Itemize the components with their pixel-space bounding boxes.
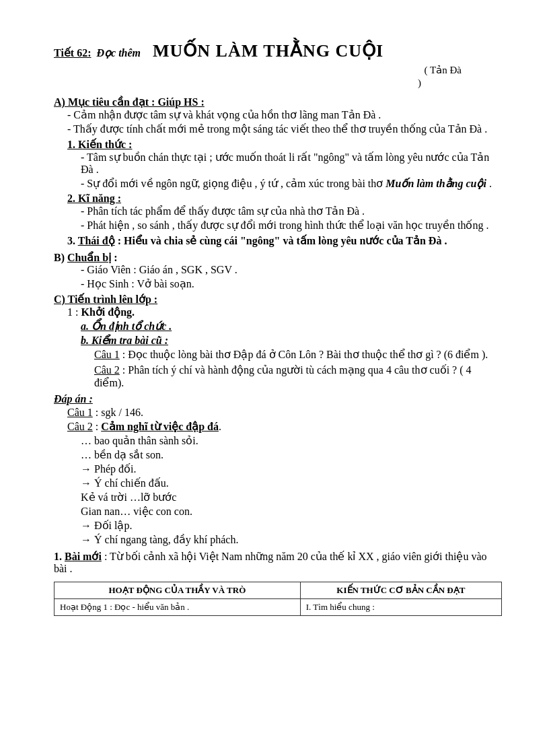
dap-line2: … bền dạ sắt son. <box>81 448 502 461</box>
num1-line: 1 : Khởi động. <box>67 306 502 318</box>
dap-line7: → Đối lập. <box>81 519 502 532</box>
b-line1: - Giáo Viên : Giáo án , SGK , SGV . <box>81 264 502 276</box>
a-line2-text: - Thấy được tính chất mới mẻ trong một s… <box>67 123 487 135</box>
header-section: Tiết 62: Đọc thêm MUỐN LÀM THẰNG CUỘI <box>54 40 502 61</box>
page: Tiết 62: Đọc thêm MUỐN LÀM THẰNG CUỘI ( … <box>0 0 549 756</box>
section-b-title: B) Chuẩn bị : <box>54 252 117 263</box>
kt-line2: - Sự đổi mới về ngôn ngữ, giọng điệu , ý… <box>81 177 502 190</box>
doc-them-label: Đọc thêm <box>96 46 141 59</box>
kn-line2: - Phát hiện , so sánh , thấy được sự đổi… <box>81 219 502 232</box>
dap-c1: Câu 1 : sgk / 146. <box>67 407 502 419</box>
bai-moi-section: 1. Bài mới : Từ bối cảnh xã hội Việt Nam… <box>54 550 502 575</box>
kien-thuc-section: 1. Kiến thức : - Tâm sự buồn chán thực t… <box>67 138 502 190</box>
section-a: A) Mục tiêu cần đạt : Giúp HS : - Cảm nh… <box>54 96 502 135</box>
dap-line3: → Phép đối. <box>81 462 502 475</box>
section-a-line2: - Thấy được tính chất mới mẻ trong một s… <box>67 123 502 135</box>
table-header-col1: HOẠT ĐỘNG CỦA THẦY VÀ TRÒ <box>54 582 301 599</box>
dap-c2: Câu 2 : Cảm nghĩ từ việc đập đá. <box>67 420 502 433</box>
on-dinh-line: a. Ổn định tổ chức . <box>81 320 502 333</box>
kiem-tra-line: b. Kiểm tra bài cũ : <box>81 334 502 347</box>
section-c-title: C) Tiến trình lên lớp : <box>54 294 157 305</box>
kt-line1: - Tâm sự buồn chán thực tại ; ước muốn t… <box>81 151 502 176</box>
kn-line1: - Phân tích tác phẩm để thấy được tâm sự… <box>81 205 502 217</box>
dap-line4: → Ý chí chiến đấu. <box>81 477 502 489</box>
dap-line6: Gian nan… việc con con. <box>81 505 502 518</box>
ki-nang-section: 2. Kĩ năng : - Phân tích tác phẩm để thấ… <box>67 193 502 232</box>
section-a-line1: - Cảm nhận được tâm sự và khát vọng của … <box>67 108 502 121</box>
cau2-line: Câu 2 : Phân tích ý chí và hành động của… <box>94 364 502 389</box>
tiet-label: Tiết 62: <box>54 46 91 59</box>
section-a-title: A) Mục tiêu cần đạt : Giúp HS : <box>54 96 205 108</box>
dap-an-section: Đáp án : Câu 1 : sgk / 146. Câu 2 : Cảm … <box>54 393 502 546</box>
kien-thuc-title: 1. Kiến thức : <box>67 139 132 150</box>
table-header-col2: KIẾN THỨC CƠ BẢN CẦN ĐẠT <box>300 582 501 599</box>
a-line1-text: - Cảm nhận được tâm sự và khát vọng của … <box>67 109 381 121</box>
main-title: MUỐN LÀM THẰNG CUỘI <box>153 40 383 61</box>
thai-do-section: 3. Thái độ : Hiểu và chia sẻ cùng cái "n… <box>67 234 502 247</box>
thai-do-title: 3. Thái độ : Hiểu và chia sẻ cùng cái "n… <box>67 235 447 246</box>
activity-table: HOẠT ĐỘNG CỦA THẦY VÀ TRÒ KIẾN THỨC CƠ B… <box>54 582 502 616</box>
dap-an-title-line: Đáp án : <box>54 393 502 405</box>
cau1-line: Câu 1 : Đọc thuộc lòng bài thơ Đập đá ở … <box>94 348 502 361</box>
ki-nang-title: 2. Kĩ năng : <box>67 193 121 204</box>
table-row-1: Hoạt Động 1 : Đọc - hiểu văn bản . I. Tì… <box>54 599 502 616</box>
table-row1-col2: I. Tìm hiểu chung : <box>300 599 501 616</box>
b-line2: - Học Sinh : Vở bài soạn. <box>81 277 502 290</box>
section-b: B) Chuẩn bị : - Giáo Viên : Giáo án , SG… <box>54 251 502 290</box>
paren: ) <box>54 77 502 89</box>
dap-line1: … bao quản thân sành sỏi. <box>81 434 502 447</box>
dap-line5: Kẻ vá trời …lỡ bước <box>81 491 502 504</box>
section-c: C) Tiến trình lên lớp : 1 : Khởi động. a… <box>54 293 502 389</box>
table-row1-col1: Hoạt Động 1 : Đọc - hiểu văn bản . <box>54 599 301 616</box>
dap-line8: → Ý chí ngang tàng, đầy khí phách. <box>81 533 502 546</box>
subtitle: ( Tản Đà <box>54 64 502 76</box>
